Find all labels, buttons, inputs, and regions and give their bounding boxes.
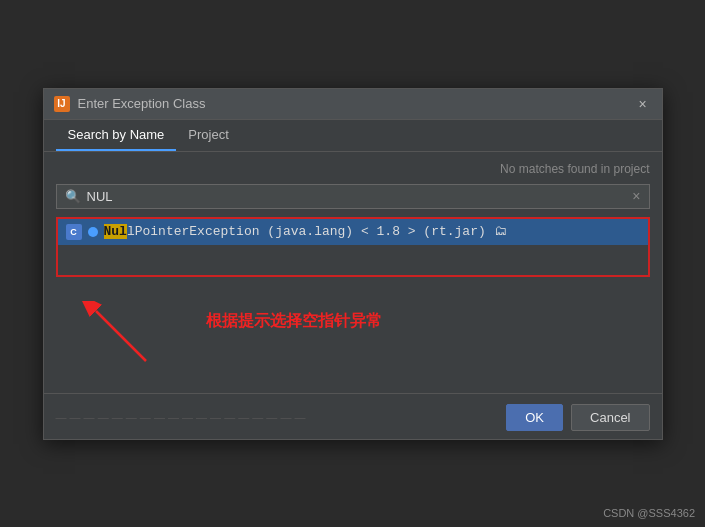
result-item[interactable]: C NullPointerException (java.lang) < 1.8…: [58, 219, 648, 245]
tab-search-by-name[interactable]: Search by Name: [56, 120, 177, 151]
arrow-container: [76, 301, 196, 371]
ok-button[interactable]: OK: [506, 404, 563, 431]
svg-line-1: [96, 311, 146, 361]
no-match-row: No matches found in project: [56, 162, 650, 176]
result-list: C NullPointerException (java.lang) < 1.8…: [56, 217, 650, 277]
annotation-area: 根据提示选择空指针异常: [56, 285, 650, 379]
enter-exception-dialog: IJ Enter Exception Class × Search by Nam…: [43, 88, 663, 440]
class-icon: C: [66, 224, 82, 240]
annotation-arrow: [76, 301, 176, 371]
result-rest: lPointerException (java.lang) < 1.8 > (r…: [127, 224, 507, 239]
empty-result-row: [58, 245, 648, 275]
search-input[interactable]: [87, 189, 627, 204]
no-match-text: No matches found in project: [500, 162, 649, 176]
title-bar: IJ Enter Exception Class ×: [44, 89, 662, 120]
cancel-button[interactable]: Cancel: [571, 404, 649, 431]
annotation-text: 根据提示选择空指针异常: [206, 311, 382, 332]
result-highlight: Nul: [104, 224, 127, 239]
result-text: NullPointerException (java.lang) < 1.8 >…: [104, 224, 507, 239]
app-icon-label: IJ: [57, 98, 65, 109]
close-button[interactable]: ×: [634, 95, 652, 113]
footer-buttons: OK Cancel: [506, 404, 649, 431]
search-row: 🔍 ×: [56, 184, 650, 209]
visibility-icon: [88, 227, 98, 237]
footer: — — — — — — — — — — — — — — — — — — OK C…: [44, 393, 662, 439]
title-bar-left: IJ Enter Exception Class: [54, 96, 206, 112]
tabs-row: Search by Name Project: [44, 120, 662, 152]
search-icon: 🔍: [65, 189, 81, 204]
clear-button[interactable]: ×: [632, 189, 640, 203]
app-icon: IJ: [54, 96, 70, 112]
watermark: CSDN @SSS4362: [603, 507, 695, 519]
dialog-body: No matches found in project 🔍 × C NullPo…: [44, 152, 662, 393]
class-icon-label: C: [70, 227, 77, 237]
tab-project[interactable]: Project: [176, 120, 240, 151]
dialog-title: Enter Exception Class: [78, 96, 206, 111]
footer-separator: — — — — — — — — — — — — — — — — — —: [56, 411, 306, 423]
